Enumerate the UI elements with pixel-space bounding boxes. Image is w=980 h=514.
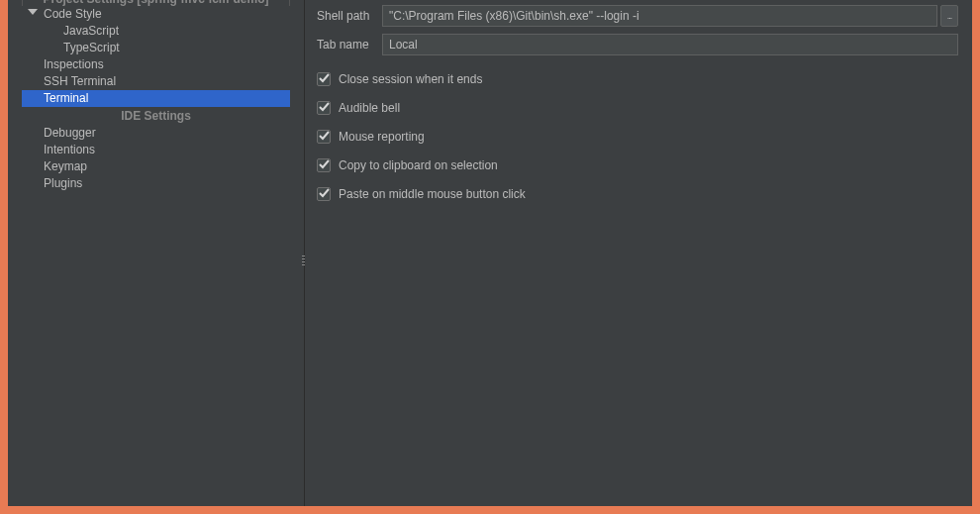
tree-item-typescript[interactable]: TypeScript	[22, 40, 290, 56]
tree-label: TypeScript	[63, 41, 120, 54]
mouse-reporting-checkbox[interactable]	[317, 130, 331, 144]
copy-on-selection-label: Copy to clipboard on selection	[339, 158, 498, 172]
mouse-reporting-label: Mouse reporting	[339, 130, 425, 144]
browse-button[interactable]: ...	[940, 5, 958, 27]
tree-item-plugins[interactable]: Plugins	[22, 175, 290, 192]
ide-settings-header: IDE Settings	[22, 107, 290, 125]
tree-label: Plugins	[44, 176, 82, 190]
project-settings-tree: Code Style JavaScript TypeScript Inspect…	[8, 6, 304, 107]
close-session-label: Close session when it ends	[339, 72, 482, 86]
tree-item-keymap[interactable]: Keymap	[22, 158, 290, 175]
mouse-reporting-option[interactable]: Mouse reporting	[317, 128, 958, 146]
close-session-checkbox[interactable]	[317, 72, 331, 86]
tree-label: Intentions	[44, 143, 95, 156]
tree-label: Keymap	[44, 159, 87, 173]
chevron-down-icon[interactable]	[28, 9, 38, 15]
copy-on-selection-checkbox[interactable]	[317, 158, 331, 172]
tree-label: Debugger	[44, 126, 96, 140]
tree-label: SSH Terminal	[44, 74, 116, 88]
shell-path-label: Shell path	[317, 9, 382, 23]
tab-name-row: Tab name	[317, 33, 958, 56]
tree-item-debugger[interactable]: Debugger	[22, 125, 290, 142]
tree-item-inspections[interactable]: Inspections	[22, 56, 290, 73]
settings-window: Project Settings [spring-mvc-icm-demo] C…	[8, 0, 972, 506]
sidebar-splitter[interactable]	[302, 256, 306, 267]
tree-item-javascript[interactable]: JavaScript	[22, 23, 290, 40]
settings-sidebar: Project Settings [spring-mvc-icm-demo] C…	[8, 0, 305, 506]
paste-middle-click-label: Paste on middle mouse button click	[339, 187, 526, 201]
tree-item-code-style[interactable]: Code Style	[22, 6, 290, 23]
tree-item-terminal[interactable]: Terminal	[22, 90, 290, 107]
ide-settings-tree: Debugger Intentions Keymap Plugins	[8, 125, 304, 192]
tab-name-label: Tab name	[317, 38, 382, 51]
shell-path-row: Shell path ...	[317, 4, 958, 28]
tab-name-input[interactable]	[382, 34, 958, 55]
terminal-options: Close session when it ends Audible bell …	[317, 70, 958, 203]
tree-label: JavaScript	[63, 24, 119, 38]
tree-label: Code Style	[44, 7, 102, 21]
audible-bell-option[interactable]: Audible bell	[317, 99, 958, 117]
ellipsis-icon: ...	[947, 11, 952, 21]
audible-bell-checkbox[interactable]	[317, 101, 331, 115]
tree-label: Inspections	[44, 57, 104, 71]
close-session-option[interactable]: Close session when it ends	[317, 70, 958, 88]
copy-on-selection-option[interactable]: Copy to clipboard on selection	[317, 156, 958, 174]
audible-bell-label: Audible bell	[339, 101, 400, 115]
paste-middle-click-checkbox[interactable]	[317, 187, 331, 201]
tree-label: Terminal	[44, 91, 88, 105]
shell-path-input[interactable]	[382, 5, 937, 27]
settings-content: Shell path ... Tab name Close session wh…	[305, 0, 972, 506]
paste-middle-click-option[interactable]: Paste on middle mouse button click	[317, 185, 958, 203]
tree-item-intentions[interactable]: Intentions	[22, 142, 290, 158]
tree-item-ssh-terminal[interactable]: SSH Terminal	[22, 73, 290, 90]
